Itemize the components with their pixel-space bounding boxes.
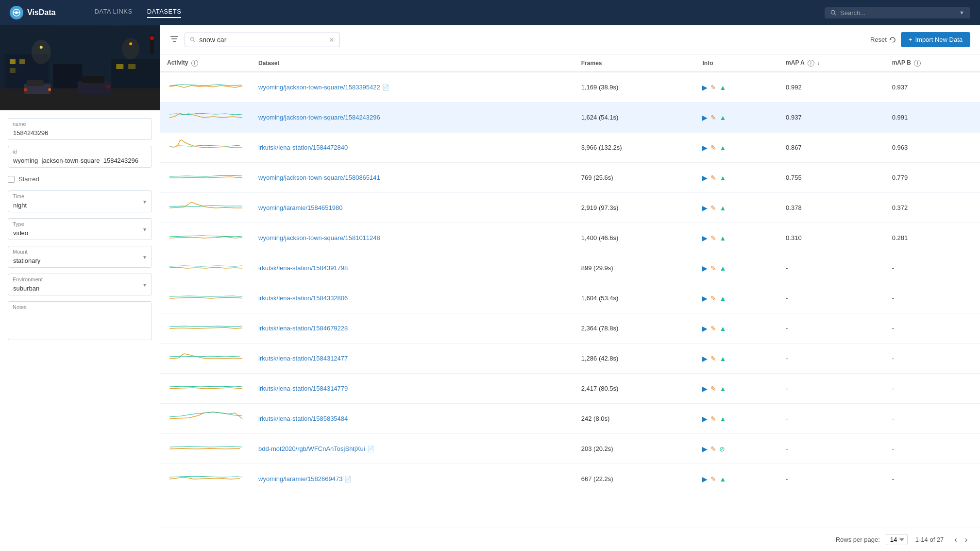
table-row[interactable]: irkutsk/lena-station/15844728403,966 (13…	[160, 133, 980, 163]
doc-icon[interactable]: 📄	[367, 446, 374, 452]
info-video-icon[interactable]: ▶	[702, 264, 708, 272]
info-video-icon[interactable]: ▶	[702, 415, 708, 423]
info-video-icon[interactable]: ▶	[702, 174, 708, 182]
nav-data-links[interactable]: DATA LINKS	[94, 8, 132, 18]
info-chart-icon[interactable]: ▲	[719, 415, 726, 423]
name-input[interactable]	[8, 118, 152, 140]
mapa-info-icon[interactable]: i	[808, 60, 814, 67]
info-special-icon[interactable]: ⊘	[719, 445, 725, 453]
clear-search-icon[interactable]: ✕	[329, 36, 335, 44]
mapa-sort-icon[interactable]: ↓	[817, 60, 820, 66]
info-chart-icon[interactable]: ▲	[719, 174, 726, 182]
notes-textarea[interactable]	[8, 301, 152, 340]
dataset-cell[interactable]: irkutsk/lena-station/1584332806	[252, 283, 574, 313]
global-search[interactable]: ▼	[825, 7, 970, 18]
activity-info-icon[interactable]: i	[191, 60, 198, 67]
dataset-link[interactable]: wyoming/laramie/1582669473	[258, 475, 342, 482]
info-video-icon[interactable]: ▶	[702, 234, 708, 242]
rows-per-page-select[interactable]: 14 25 50	[886, 534, 908, 545]
reset-button[interactable]: Reset	[870, 36, 896, 43]
info-video-icon[interactable]: ▶	[702, 84, 708, 91]
info-edit-icon[interactable]: ✎	[710, 204, 716, 212]
info-chart-icon[interactable]: ▲	[719, 234, 726, 242]
time-select[interactable]: night day dusk dawn	[8, 190, 152, 212]
dataset-cell[interactable]: wyoming/jackson-town-square/1580865141	[252, 163, 574, 193]
table-row[interactable]: wyoming/laramie/15846519802,919 (97.3s) …	[160, 193, 980, 223]
id-input[interactable]	[8, 146, 152, 168]
info-video-icon[interactable]: ▶	[702, 294, 708, 302]
dataset-cell[interactable]: irkutsk/lena-station/1584472840	[252, 133, 574, 163]
info-chart-icon[interactable]: ▲	[719, 144, 726, 152]
info-chart-icon[interactable]: ▲	[719, 84, 726, 91]
search-dropdown-icon[interactable]: ▼	[959, 10, 964, 16]
table-row[interactable]: wyoming/jackson-town-square/15842432961,…	[160, 103, 980, 133]
mapb-info-icon[interactable]: i	[914, 60, 921, 67]
dataset-link[interactable]: irkutsk/lena-station/1584332806	[258, 294, 348, 302]
info-video-icon[interactable]: ▶	[702, 325, 708, 332]
info-video-icon[interactable]: ▶	[702, 385, 708, 393]
info-edit-icon[interactable]: ✎	[710, 355, 716, 362]
dataset-link[interactable]: irkutsk/lena-station/1584391798	[258, 264, 348, 272]
info-video-icon[interactable]: ▶	[702, 144, 708, 152]
dataset-cell[interactable]: irkutsk/lena-station/1584314779	[252, 374, 574, 404]
dataset-link[interactable]: wyoming/jackson-town-square/1584243296	[258, 114, 380, 121]
mount-select[interactable]: stationary moving	[8, 246, 152, 268]
dataset-link[interactable]: irkutsk/lena-station/1584312477	[258, 355, 348, 362]
info-edit-icon[interactable]: ✎	[710, 144, 716, 152]
info-chart-icon[interactable]: ▲	[719, 325, 726, 332]
info-edit-icon[interactable]: ✎	[710, 114, 716, 121]
import-button[interactable]: + Import New Data	[901, 32, 970, 47]
dataset-link[interactable]: irkutsk/lena-station/1584472840	[258, 144, 348, 151]
dataset-cell[interactable]: irkutsk/lena-station/1584679228	[252, 313, 574, 344]
table-row[interactable]: irkutsk/lena-station/15843124771,286 (42…	[160, 344, 980, 374]
dataset-cell[interactable]: wyoming/laramie/1584651980	[252, 193, 574, 223]
dataset-cell[interactable]: wyoming/jackson-town-square/1581011248	[252, 223, 574, 253]
table-row[interactable]: irkutsk/lena-station/15843328061,604 (53…	[160, 283, 980, 313]
dataset-link[interactable]: wyoming/laramie/1584651980	[258, 204, 342, 211]
dataset-cell[interactable]: wyoming/jackson-town-square/1583395422📄	[252, 72, 574, 103]
info-edit-icon[interactable]: ✎	[710, 445, 716, 453]
info-chart-icon[interactable]: ▲	[719, 204, 726, 212]
dataset-cell[interactable]: wyoming/laramie/1582669473📄	[252, 464, 574, 494]
table-row[interactable]: irkutsk/lena-station/1584391798899 (29.9…	[160, 253, 980, 283]
info-chart-icon[interactable]: ▲	[719, 294, 726, 302]
next-page-button[interactable]: ›	[962, 534, 970, 545]
info-edit-icon[interactable]: ✎	[710, 475, 716, 483]
dataset-link[interactable]: irkutsk/lena-station/1584679228	[258, 325, 348, 332]
dataset-link[interactable]: wyoming/jackson-town-square/1583395422	[258, 84, 380, 91]
table-row[interactable]: wyoming/jackson-town-square/1583395422📄1…	[160, 72, 980, 103]
dataset-cell[interactable]: wyoming/jackson-town-square/1584243296	[252, 103, 574, 133]
info-video-icon[interactable]: ▶	[702, 204, 708, 212]
logo[interactable]: VisData	[10, 6, 55, 19]
table-row[interactable]: wyoming/jackson-town-square/15810112481,…	[160, 223, 980, 253]
info-chart-icon[interactable]: ▲	[719, 385, 726, 393]
dataset-link[interactable]: wyoming/jackson-town-square/1581011248	[258, 234, 380, 241]
doc-icon[interactable]: 📄	[382, 84, 389, 91]
info-chart-icon[interactable]: ▲	[719, 114, 726, 121]
info-edit-icon[interactable]: ✎	[710, 174, 716, 182]
info-video-icon[interactable]: ▶	[702, 355, 708, 362]
info-edit-icon[interactable]: ✎	[710, 325, 716, 332]
info-video-icon[interactable]: ▶	[702, 114, 708, 121]
nav-datasets[interactable]: DATASETS	[147, 8, 182, 18]
info-edit-icon[interactable]: ✎	[710, 415, 716, 423]
dataset-link[interactable]: irkutsk/lena-station/1584314779	[258, 385, 348, 392]
dataset-link[interactable]: wyoming/jackson-town-square/1580865141	[258, 174, 380, 181]
table-row[interactable]: wyoming/jackson-town-square/158086514176…	[160, 163, 980, 193]
info-edit-icon[interactable]: ✎	[710, 234, 716, 242]
table-row[interactable]: bdd-mot2020/rgb/WFCnAnTosjShtjXui📄203 (2…	[160, 434, 980, 464]
type-select[interactable]: video image	[8, 218, 152, 240]
dataset-link[interactable]: irkutsk/lena-station/1585835484	[258, 415, 348, 422]
table-row[interactable]: wyoming/laramie/1582669473📄667 (22.2s) ▶…	[160, 464, 980, 494]
table-row[interactable]: irkutsk/lena-station/15843147792,417 (80…	[160, 374, 980, 404]
info-edit-icon[interactable]: ✎	[710, 264, 716, 272]
info-edit-icon[interactable]: ✎	[710, 385, 716, 393]
global-search-input[interactable]	[840, 9, 955, 17]
dataset-search-box[interactable]: ✕	[185, 33, 340, 47]
info-chart-icon[interactable]: ▲	[719, 475, 726, 483]
info-video-icon[interactable]: ▶	[702, 475, 708, 483]
table-row[interactable]: irkutsk/lena-station/1585835484242 (8.0s…	[160, 404, 980, 434]
info-chart-icon[interactable]: ▲	[719, 355, 726, 362]
starred-label[interactable]: Starred	[18, 175, 39, 183]
info-edit-icon[interactable]: ✎	[710, 84, 716, 91]
